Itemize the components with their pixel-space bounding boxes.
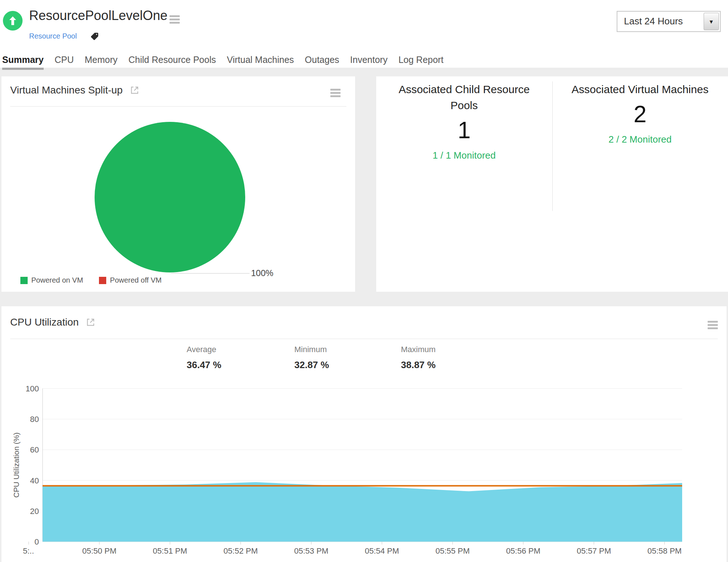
tab-cpu[interactable]: CPU: [55, 51, 74, 68]
vm-splitup-card: Virtual Machines Split-up 100% Powered o…: [1, 76, 355, 292]
tag-icon[interactable]: [90, 32, 99, 42]
x-axis-tick-label: 05:51 PM: [153, 546, 187, 555]
screen: ResourcePoolLevelOne Resource Pool Last …: [0, 0, 728, 562]
y-axis-tick-label: 0: [35, 537, 39, 546]
y-axis-tick-label: 100: [25, 384, 39, 393]
x-axis-tick-label: 05:50 PM: [82, 546, 116, 555]
y-axis-tick-label: 40: [30, 476, 39, 485]
legend-swatch: [99, 277, 106, 284]
stat-value: 38.87 %: [401, 359, 435, 371]
cpu-stats: Average36.47 %Minimum32.87 %Maximum38.87…: [187, 345, 514, 378]
x-axis-tick-label: 05:55 PM: [435, 546, 470, 555]
x-axis-tick-label: 05:57 PM: [577, 546, 611, 555]
pie-callout-label: 100%: [251, 268, 273, 278]
tab-summary[interactable]: Summary: [2, 51, 44, 68]
legend-label: Powered on VM: [31, 276, 83, 284]
x-axis-tick-label: 05:52 PM: [223, 546, 258, 555]
assoc-title: Associated Virtual Machines: [565, 81, 715, 97]
tab-inventory[interactable]: Inventory: [350, 51, 387, 68]
assoc-count: 2: [565, 101, 715, 128]
y-axis-tick-label: 20: [30, 507, 39, 516]
x-axis-tick-label: 5:..: [23, 546, 34, 555]
associated-card: Associated Child Resource Pools 1 1 / 1 …: [376, 76, 728, 292]
x-axis-tick-label: 05:58 PM: [648, 546, 682, 555]
cpu-utilization-chart[interactable]: 0204060801005:..05:50 PM05:51 PM05:52 PM…: [11, 382, 682, 562]
page-title: ResourcePoolLevelOne: [29, 8, 167, 23]
vm-card-menu-icon[interactable]: [330, 87, 341, 99]
divider: [10, 339, 718, 339]
vm-card-title-text: Virtual Machines Split-up: [10, 84, 123, 96]
legend-swatch: [20, 277, 28, 284]
chevron-down-icon[interactable]: ▼: [704, 13, 719, 30]
legend-item[interactable]: Powered off VM: [99, 276, 162, 284]
pie-callout-line: [171, 273, 250, 274]
x-axis-tick-label: 05:53 PM: [294, 546, 329, 555]
stat-maximum: Maximum38.87 %: [401, 345, 435, 371]
assoc-child-pools-column: Associated Child Resource Pools 1 1 / 1 …: [376, 76, 552, 292]
tab-child-resource-pools[interactable]: Child Resource Pools: [128, 51, 216, 68]
y-axis-tick-label: 80: [30, 415, 39, 424]
assoc-count: 1: [389, 117, 539, 144]
y-axis-title: CPU Utilization (%): [12, 433, 20, 498]
tab-outages[interactable]: Outages: [305, 51, 339, 68]
assoc-virtual-machines-column: Associated Virtual Machines 2 2 / 2 Moni…: [552, 76, 728, 292]
stat-label: Minimum: [294, 345, 329, 354]
vm-card-title: Virtual Machines Split-up: [10, 84, 139, 96]
x-axis-tick-label: 05:56 PM: [506, 546, 540, 555]
assoc-monitored-link[interactable]: 1 / 1 Monitored: [433, 150, 496, 161]
x-axis-tick-label: 05:54 PM: [365, 546, 399, 555]
external-link-icon[interactable]: [86, 318, 95, 327]
stat-average: Average36.47 %: [187, 345, 221, 371]
time-range-value: Last 24 Hours: [624, 12, 683, 31]
cpu-card-title: CPU Utilization: [10, 316, 95, 328]
resource-pool-link[interactable]: Resource Pool: [29, 32, 77, 40]
tab-virtual-machines[interactable]: Virtual Machines: [227, 51, 294, 68]
legend-item[interactable]: Powered on VM: [20, 276, 83, 284]
stat-value: 32.87 %: [294, 359, 329, 371]
divider: [10, 106, 346, 107]
pie-chart-powered-on[interactable]: [95, 122, 245, 272]
cpu-card-menu-icon[interactable]: [708, 319, 718, 331]
stat-minimum: Minimum32.87 %: [294, 345, 329, 371]
y-axis-tick-label: 60: [30, 445, 39, 454]
stat-value: 36.47 %: [187, 359, 221, 371]
stat-label: Average: [187, 345, 221, 354]
tab-log-report[interactable]: Log Report: [398, 51, 443, 68]
time-range-select[interactable]: Last 24 Hours ▼: [617, 11, 721, 32]
external-link-icon[interactable]: [130, 85, 139, 95]
cpu-card-title-text: CPU Utilization: [10, 316, 79, 328]
assoc-title: Associated Child Resource Pools: [389, 81, 539, 113]
title-menu-icon[interactable]: [170, 14, 180, 25]
stat-label: Maximum: [401, 345, 435, 354]
status-up-icon: [3, 11, 23, 31]
cpu-area-series[interactable]: [43, 482, 682, 542]
cpu-utilization-card: CPU Utilization Average36.47 %Minimum32.…: [1, 306, 727, 562]
divider: [552, 81, 553, 211]
tab-bar: SummaryCPUMemoryChild Resource PoolsVirt…: [0, 51, 728, 70]
legend-label: Powered off VM: [110, 276, 162, 284]
assoc-monitored-link[interactable]: 2 / 2 Monitored: [609, 134, 672, 145]
tab-memory[interactable]: Memory: [85, 51, 118, 68]
up-arrow-icon: [7, 15, 19, 27]
pie-legend: Powered on VMPowered off VM: [20, 276, 162, 284]
